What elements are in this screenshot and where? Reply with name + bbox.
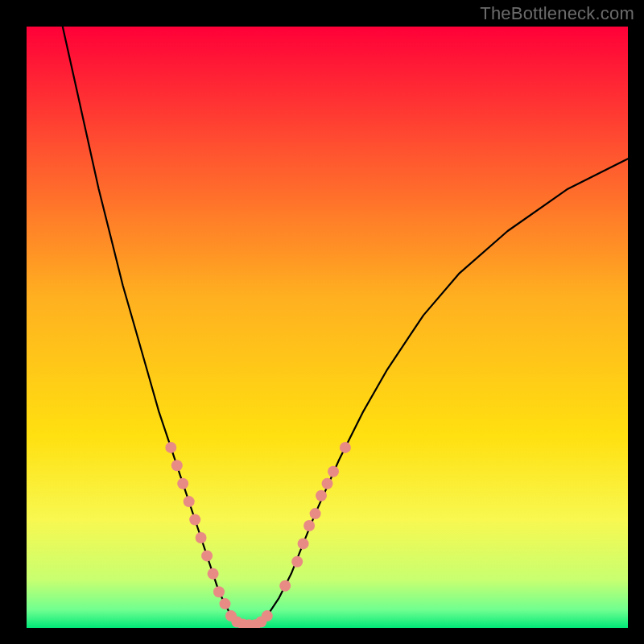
curve-marker [328, 466, 339, 477]
bottleneck-curve-plot [27, 27, 628, 628]
gradient-background [27, 27, 628, 628]
curve-marker [171, 460, 183, 471]
curve-marker [340, 442, 351, 453]
curve-marker [208, 568, 219, 580]
watermark-text: TheBottleneck.com [480, 3, 634, 24]
curve-marker [310, 508, 321, 519]
curve-marker [213, 586, 225, 597]
curve-marker [322, 478, 333, 489]
curve-marker [184, 496, 195, 507]
curve-marker [316, 490, 327, 502]
curve-marker [177, 478, 188, 489]
curve-marker [220, 598, 231, 609]
curve-marker [189, 514, 200, 526]
curve-marker [201, 550, 213, 561]
curve-marker [262, 610, 273, 621]
curve-marker [303, 520, 315, 531]
chart-container: TheBottleneck.com [0, 0, 644, 644]
curve-marker [298, 538, 309, 549]
curve-marker [196, 532, 207, 543]
curve-marker [165, 442, 176, 453]
curve-marker [291, 556, 303, 568]
curve-marker [279, 580, 291, 592]
